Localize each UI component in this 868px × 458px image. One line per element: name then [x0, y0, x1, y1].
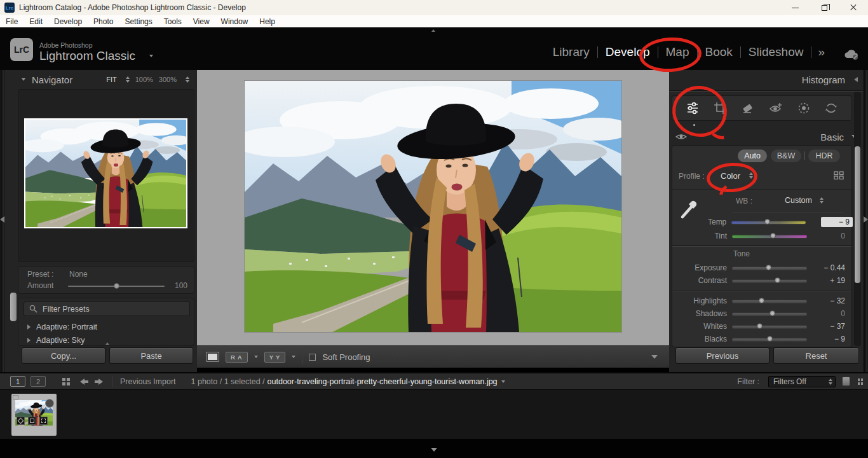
- whites-slider-thumb[interactable]: [757, 323, 763, 329]
- filmstrip-filename[interactable]: outdoor-traveling-portrait-pretty-cheerf…: [268, 377, 498, 386]
- contrast-slider-thumb[interactable]: [775, 277, 780, 283]
- main-window-button[interactable]: 1: [10, 376, 25, 387]
- blacks-slider-track[interactable]: [732, 338, 807, 341]
- panel-visibility-eye-icon[interactable]: [675, 133, 687, 141]
- navigator-zoom-300[interactable]: 300%: [159, 76, 177, 83]
- restore-button[interactable]: [810, 0, 839, 15]
- toolbar-content-caret[interactable]: [651, 355, 658, 359]
- left-panel-scrollbar[interactable]: [10, 293, 17, 321]
- grid-view-icon[interactable]: [62, 378, 70, 385]
- filmstrip-source[interactable]: Previous Import: [120, 377, 176, 386]
- shadows-slider-track[interactable]: [732, 312, 807, 316]
- contrast-slider-track[interactable]: [732, 279, 807, 282]
- zoom-spinner-icon[interactable]: [186, 76, 189, 83]
- close-button[interactable]: [839, 0, 868, 15]
- show-filmstrip-caret[interactable]: [431, 448, 437, 452]
- masking-tool-icon[interactable]: [796, 101, 811, 116]
- module-tab-slideshow[interactable]: Slideshow: [741, 45, 811, 59]
- preset-group-adaptive-sky[interactable]: Adaptive: Sky: [27, 334, 85, 347]
- wb-spinner-icon[interactable]: [820, 197, 824, 204]
- crop-badge-icon[interactable]: [28, 417, 36, 425]
- copy-button[interactable]: Copy...: [22, 347, 105, 364]
- healing-tool-icon[interactable]: [740, 101, 756, 116]
- highlights-value[interactable]: − 32: [812, 296, 845, 305]
- navigator-zoom-fit[interactable]: FIT: [106, 76, 117, 83]
- paste-button[interactable]: Paste: [109, 347, 193, 364]
- soft-proofing-checkbox[interactable]: [309, 354, 316, 361]
- flag-marker-icon[interactable]: [13, 395, 18, 399]
- show-top-panel-caret[interactable]: [431, 29, 435, 32]
- exposure-slider-track[interactable]: [732, 267, 807, 270]
- preset-group-adaptive-portrait[interactable]: Adaptive: Portrait: [27, 321, 97, 333]
- bw-button[interactable]: B&W: [771, 149, 801, 162]
- adjustment-badge-icon[interactable]: [39, 417, 48, 425]
- navigator-thumbnail[interactable]: [24, 118, 187, 228]
- tint-value[interactable]: 0: [812, 232, 845, 240]
- navigator-zoom-100[interactable]: 100%: [135, 76, 153, 83]
- hdr-button[interactable]: HDR: [808, 149, 840, 162]
- blacks-value[interactable]: − 9: [812, 335, 845, 344]
- shadows-value[interactable]: 0: [812, 309, 845, 318]
- module-overflow-chevrons[interactable]: »: [811, 45, 831, 59]
- filter-presets-field[interactable]: Filter Presets: [24, 302, 190, 316]
- filter-toggle-switch[interactable]: [842, 377, 850, 386]
- contrast-value[interactable]: + 19: [812, 276, 845, 285]
- left-panel-collapse-rail[interactable]: [0, 70, 5, 372]
- filmstrip-cell-selected[interactable]: [11, 394, 57, 436]
- filmstrip-options-icon[interactable]: [858, 378, 863, 385]
- exposure-slider-thumb[interactable]: [766, 265, 771, 270]
- profile-browser-grid-icon[interactable]: [834, 171, 844, 180]
- amount-slider-track[interactable]: [68, 286, 165, 287]
- module-tab-library[interactable]: Library: [545, 45, 597, 59]
- menu-item-view[interactable]: View: [187, 17, 215, 26]
- previous-button[interactable]: Previous: [675, 347, 770, 364]
- back-arrow-icon[interactable]: [80, 378, 88, 385]
- before-after-lr-caret[interactable]: [254, 356, 258, 358]
- highlights-slider-thumb[interactable]: [759, 298, 764, 303]
- brand-dropdown-caret[interactable]: [149, 55, 153, 57]
- whites-value[interactable]: − 37: [812, 322, 845, 331]
- shadows-slider-thumb[interactable]: [770, 310, 775, 316]
- before-after-tb-button[interactable]: YY: [264, 352, 286, 363]
- module-tab-book[interactable]: Book: [698, 45, 740, 59]
- minimize-button[interactable]: [780, 0, 810, 15]
- panel-group-caret[interactable]: [105, 342, 109, 345]
- menu-item-settings[interactable]: Settings: [119, 17, 158, 26]
- wb-value[interactable]: Custom: [785, 196, 812, 205]
- right-panel-collapse-rail[interactable]: [863, 70, 868, 372]
- menu-item-file[interactable]: File: [0, 17, 24, 26]
- temp-slider-track[interactable]: [731, 221, 806, 224]
- navigator-header[interactable]: Navigator FIT 100% 300%: [5, 70, 197, 89]
- exposure-value[interactable]: − 0.44: [812, 263, 845, 272]
- preset-value[interactable]: None: [69, 270, 88, 279]
- menu-item-window[interactable]: Window: [215, 17, 254, 26]
- before-after-tb-caret[interactable]: [292, 356, 295, 358]
- forward-arrow-icon[interactable]: [95, 378, 103, 385]
- keyword-badge-icon[interactable]: [17, 417, 25, 425]
- reset-button[interactable]: Reset: [773, 347, 859, 364]
- sync-tool-icon[interactable]: [824, 101, 839, 116]
- whites-slider-track[interactable]: [732, 325, 807, 328]
- loupe-view-button[interactable]: [206, 352, 219, 362]
- tint-slider-track[interactable]: [732, 235, 807, 238]
- main-photo[interactable]: [245, 81, 621, 332]
- auto-button[interactable]: Auto: [738, 149, 767, 162]
- tint-slider-thumb[interactable]: [770, 233, 776, 239]
- right-panel-scrollbar[interactable]: [855, 146, 860, 283]
- fit-spinner-icon[interactable]: [126, 76, 130, 83]
- cloud-sync-icon[interactable]: [843, 49, 859, 60]
- temp-value[interactable]: − 9: [821, 217, 853, 227]
- amount-slider-thumb[interactable]: [114, 283, 119, 289]
- before-after-lr-button[interactable]: RA: [226, 352, 248, 363]
- menu-item-tools[interactable]: Tools: [158, 17, 187, 26]
- blacks-slider-thumb[interactable]: [767, 336, 773, 342]
- filename-dropdown-caret[interactable]: [501, 380, 505, 383]
- second-window-button[interactable]: 2: [31, 376, 46, 387]
- menu-item-photo[interactable]: Photo: [88, 17, 119, 26]
- menu-item-develop[interactable]: Develop: [48, 17, 88, 26]
- menu-item-help[interactable]: Help: [254, 17, 281, 26]
- menu-item-edit[interactable]: Edit: [24, 17, 48, 26]
- temp-slider-thumb[interactable]: [764, 219, 770, 225]
- red-eye-tool-icon[interactable]: [768, 101, 783, 116]
- highlights-slider-track[interactable]: [732, 300, 807, 303]
